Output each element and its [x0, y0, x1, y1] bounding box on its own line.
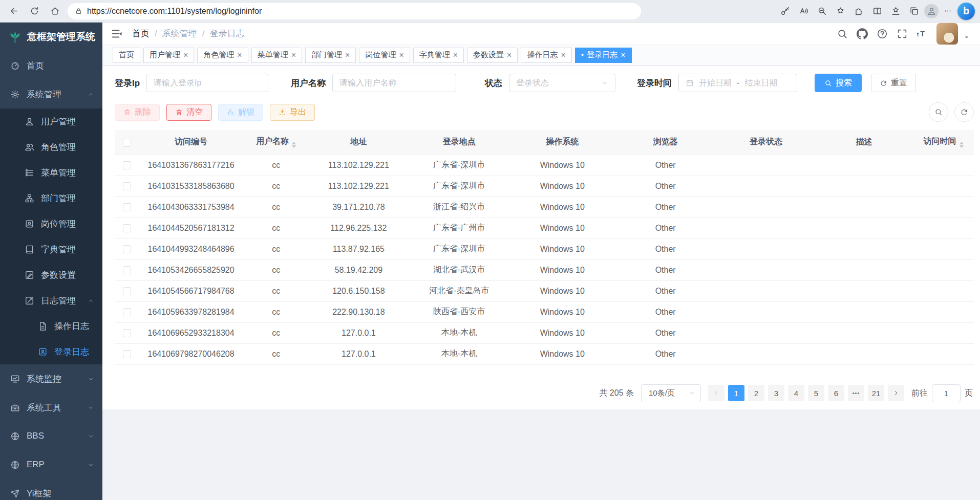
- row-select-cell[interactable]: [115, 280, 139, 301]
- row-select-cell[interactable]: [115, 343, 139, 364]
- tab-login-log[interactable]: ●登录日志×: [575, 48, 632, 63]
- sidebar-item-user-management[interactable]: 用户管理: [0, 108, 102, 134]
- column-visit-time[interactable]: 访问时间: [913, 130, 974, 155]
- close-icon[interactable]: ×: [399, 51, 403, 59]
- row-checkbox[interactable]: [123, 161, 131, 169]
- close-icon[interactable]: ×: [237, 51, 242, 59]
- back-icon[interactable]: [5, 3, 23, 20]
- start-date-placeholder[interactable]: 开始日期: [699, 78, 732, 89]
- tab-home[interactable]: 首页: [113, 48, 140, 63]
- select-all-header[interactable]: [115, 130, 139, 155]
- page-button-1[interactable]: 1: [728, 385, 744, 401]
- page-button-3[interactable]: 3: [768, 385, 784, 401]
- sidebar-item-role-management[interactable]: 角色管理: [0, 134, 102, 160]
- row-checkbox[interactable]: [123, 308, 131, 316]
- page-button-6[interactable]: 6: [828, 385, 844, 401]
- page-button-5[interactable]: 5: [808, 385, 824, 401]
- sidebar-item-system-monitor[interactable]: 系统监控: [0, 364, 102, 393]
- end-date-placeholder[interactable]: 结束日期: [744, 78, 777, 89]
- sidebar-item-bbs[interactable]: BBS: [0, 422, 102, 450]
- search-button[interactable]: 搜索: [815, 74, 862, 92]
- extensions-icon[interactable]: [850, 3, 867, 20]
- row-checkbox[interactable]: [123, 329, 131, 337]
- row-select-cell[interactable]: [115, 218, 139, 238]
- collections-icon[interactable]: [905, 3, 923, 20]
- login-ip-input[interactable]: [146, 74, 268, 92]
- tab-user-management[interactable]: 用户管理×: [143, 48, 194, 63]
- close-icon[interactable]: ×: [507, 51, 512, 59]
- close-icon[interactable]: ×: [183, 51, 188, 59]
- tab-menu-management[interactable]: 菜单管理×: [251, 48, 302, 63]
- unlock-button[interactable]: 解锁: [218, 104, 263, 121]
- select-all-checkbox[interactable]: [123, 139, 131, 147]
- sidebar-item-dept-management[interactable]: 部门管理: [0, 185, 102, 211]
- row-checkbox[interactable]: [123, 203, 131, 211]
- url-text[interactable]: https://ccnetcore.com:1101/system/log/lo…: [87, 7, 262, 16]
- row-select-cell[interactable]: [115, 301, 139, 322]
- sidebar-item-login-log[interactable]: 登录日志: [0, 339, 102, 364]
- address-bar[interactable]: https://ccnetcore.com:1101/system/log/lo…: [68, 3, 641, 19]
- favorite-add-icon[interactable]: [832, 3, 849, 20]
- close-icon[interactable]: ×: [291, 51, 296, 59]
- user-avatar[interactable]: [936, 23, 958, 45]
- tab-param-settings[interactable]: 参数设置×: [467, 48, 518, 63]
- page-size-select[interactable]: 10条/页: [641, 384, 701, 402]
- goto-page-input[interactable]: [932, 384, 961, 402]
- sidebar-item-post-management[interactable]: 岗位管理: [0, 211, 102, 236]
- row-checkbox[interactable]: [123, 245, 131, 253]
- sort-icon[interactable]: [960, 142, 964, 148]
- home-icon[interactable]: [46, 3, 63, 20]
- collapse-sidebar-icon[interactable]: [111, 28, 123, 40]
- reload-icon[interactable]: [26, 3, 43, 20]
- sidebar-item-system-management[interactable]: 系统管理: [0, 80, 102, 108]
- delete-button[interactable]: 删除: [115, 104, 160, 121]
- zoom-out-icon[interactable]: [813, 3, 830, 20]
- reset-button[interactable]: 重置: [871, 74, 916, 92]
- sidebar-item-home[interactable]: 首页: [0, 51, 102, 80]
- date-range-input[interactable]: 开始日期 - 结束日期: [678, 74, 797, 92]
- sidebar-item-yi-framework[interactable]: Yi框架: [0, 479, 102, 500]
- row-checkbox[interactable]: [123, 266, 131, 274]
- close-icon[interactable]: ×: [345, 51, 350, 59]
- sidebar-item-log-management[interactable]: 日志管理: [0, 288, 102, 313]
- table-search-button[interactable]: [929, 102, 948, 122]
- prev-page-button[interactable]: [708, 385, 725, 401]
- pager-ellipsis[interactable]: •••: [848, 385, 864, 401]
- search-icon[interactable]: [837, 28, 848, 39]
- page-button-21[interactable]: 21: [868, 385, 884, 401]
- row-checkbox[interactable]: [123, 287, 131, 295]
- row-select-cell[interactable]: [115, 197, 139, 218]
- sidebar-item-menu-management[interactable]: 菜单管理: [0, 160, 102, 185]
- tab-operation-log[interactable]: 操作日志×: [521, 48, 571, 63]
- browser-more-icon[interactable]: [940, 3, 955, 20]
- question-icon[interactable]: [877, 28, 888, 39]
- page-button-2[interactable]: 2: [748, 385, 764, 401]
- tab-post-management[interactable]: 岗位管理×: [359, 48, 410, 63]
- breadcrumb-item[interactable]: 首页: [132, 28, 150, 39]
- favorites-bar-icon[interactable]: [887, 3, 904, 20]
- tab-dept-management[interactable]: 部门管理×: [305, 48, 356, 63]
- user-name-input[interactable]: [332, 74, 456, 92]
- read-aloud-icon[interactable]: [795, 3, 812, 20]
- sidebar-item-dict-management[interactable]: 字典管理: [0, 236, 102, 262]
- sort-icon[interactable]: [292, 142, 296, 148]
- tab-role-management[interactable]: 角色管理×: [197, 48, 248, 63]
- row-select-cell[interactable]: [115, 238, 139, 259]
- close-icon[interactable]: ×: [561, 51, 565, 59]
- row-select-cell[interactable]: [115, 155, 139, 176]
- row-select-cell[interactable]: [115, 259, 139, 280]
- export-button[interactable]: 导出: [270, 104, 315, 121]
- bing-icon[interactable]: b: [957, 3, 975, 20]
- sidebar-item-system-tools[interactable]: 系统工具: [0, 393, 102, 422]
- row-select-cell[interactable]: [115, 176, 139, 197]
- fullscreen-icon[interactable]: [897, 28, 908, 39]
- caret-down-icon[interactable]: [964, 34, 970, 40]
- close-icon[interactable]: ×: [453, 51, 458, 59]
- browser-profile-avatar[interactable]: [924, 4, 939, 18]
- row-checkbox[interactable]: [123, 182, 131, 190]
- close-icon[interactable]: ×: [621, 51, 625, 59]
- password-icon[interactable]: [776, 3, 794, 20]
- font-size-icon[interactable]: tT: [917, 28, 928, 39]
- row-select-cell[interactable]: [115, 322, 139, 343]
- row-checkbox[interactable]: [123, 224, 131, 232]
